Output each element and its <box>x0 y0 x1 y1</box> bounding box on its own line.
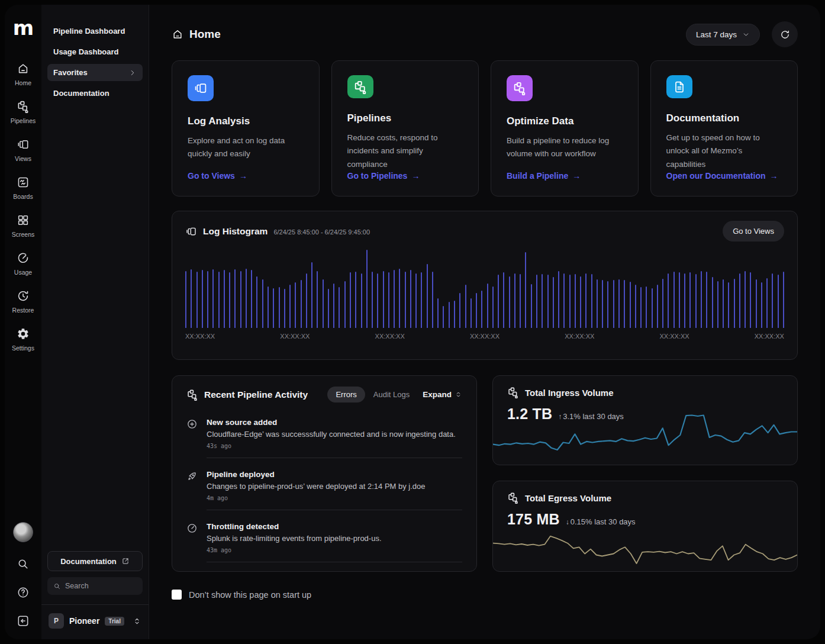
sidebar-item-boards[interactable]: Boards <box>13 175 33 200</box>
restore-icon <box>16 289 30 303</box>
ingress-value: 1.2 TB <box>507 405 552 423</box>
activity-item-time: 43m ago <box>207 547 462 553</box>
histogram-bar <box>256 276 257 328</box>
rail-item-label: Settings <box>12 344 34 352</box>
home-icon <box>16 62 30 76</box>
org-switcher[interactable]: P Pioneer Trial <box>47 612 143 630</box>
expand-button[interactable]: Expand <box>423 390 462 399</box>
sidebar-item-favorites[interactable]: Favorites <box>47 64 143 81</box>
search-input[interactable] <box>65 582 137 590</box>
histogram-bar <box>635 285 636 328</box>
histogram-bar <box>673 272 675 328</box>
histogram-bar <box>432 272 433 328</box>
date-range-dropdown[interactable]: Last 7 days <box>686 24 760 46</box>
histogram-bar <box>262 279 263 328</box>
help-icon[interactable] <box>17 586 30 599</box>
boards-icon <box>16 175 30 189</box>
histogram-bar <box>668 273 669 328</box>
histogram-bar <box>191 269 192 328</box>
activity-item-title: Pipeline deployed <box>207 470 462 479</box>
histogram-bar <box>366 250 368 328</box>
chevron-down-icon <box>742 31 750 38</box>
histogram-bar <box>520 274 521 328</box>
total-ingress-volume-panel: Total Ingress Volume 1.2 TB ↑3.1% last 3… <box>492 375 798 465</box>
histogram-bar <box>251 270 252 328</box>
tab-errors[interactable]: Errors <box>327 387 365 402</box>
histogram-bar <box>427 264 428 328</box>
histogram-bar <box>185 271 186 328</box>
histogram-bar <box>202 270 203 328</box>
histogram-bar <box>783 272 784 328</box>
card-title: Log Analysis <box>188 115 304 127</box>
histogram-bar <box>333 284 334 328</box>
histogram-bar <box>207 271 208 328</box>
quick-link-cards: Log Analysis Explore and act on log data… <box>172 60 798 197</box>
histogram-bar <box>279 287 280 328</box>
histogram-bar <box>646 286 647 328</box>
refresh-icon <box>779 29 791 40</box>
rail-item-label: Home <box>15 79 31 86</box>
histogram-bar <box>498 275 499 328</box>
documentation-button[interactable]: Documentation <box>47 551 143 571</box>
histogram-bar <box>268 286 269 328</box>
x-axis-tick: XX:XX:XX <box>565 333 594 340</box>
page-header: Home Last 7 days <box>172 21 798 47</box>
build-a-pipeline-link[interactable]: Build a Pipeline→ <box>507 171 623 181</box>
tab-audit-logs[interactable]: Audit Logs <box>371 387 412 402</box>
arrow-up-icon: ↑ <box>558 413 562 421</box>
histogram-bar <box>410 270 411 328</box>
sidebar-item-views[interactable]: Views <box>15 137 31 162</box>
histogram-bar <box>339 287 340 328</box>
usage-icon <box>16 251 30 265</box>
card-documentation: Documentation Get up to speed on how to … <box>650 60 798 197</box>
sidebar-item-documentation[interactable]: Documentation <box>47 85 143 102</box>
log-histogram-panel: Log Histogram 6/24/25 8:45:00 - 6/24/25 … <box>172 211 798 360</box>
histogram-bar <box>689 272 691 328</box>
histogram-bar <box>454 301 455 328</box>
histogram-bar <box>476 293 477 328</box>
egress-value: 175 MB <box>507 511 560 528</box>
activity-item-description: Changes to pipeline-prod-us’ were deploy… <box>207 482 462 491</box>
rail-item-label: Boards <box>13 193 33 200</box>
gauge-icon <box>186 523 198 534</box>
sidebar-item-pipeline-dashboard[interactable]: Pipeline Dashboard <box>47 22 143 40</box>
histogram-bar <box>712 277 713 328</box>
total-egress-volume-panel: Total Egress Volume 175 MB ↓0.15% last 3… <box>492 481 798 572</box>
card-title: Documentation <box>666 112 782 124</box>
go-to-views-button[interactable]: Go to Views <box>723 221 784 242</box>
rocket-icon <box>186 471 198 482</box>
open-documentation-link[interactable]: Open our Documentation→ <box>666 171 782 181</box>
histogram-bar <box>246 269 247 328</box>
rail-item-label: Views <box>15 155 31 162</box>
histogram-bars <box>185 250 784 328</box>
search-icon[interactable] <box>17 558 30 571</box>
home-icon <box>172 28 183 40</box>
collapse-sidebar-icon[interactable] <box>17 614 30 627</box>
documentation-button-label: Documentation <box>60 557 117 566</box>
card-description: Build a pipeline to reduce log volume wi… <box>507 134 623 161</box>
sidebar-item-restore[interactable]: Restore <box>12 289 34 314</box>
histogram-bar <box>597 279 598 328</box>
user-avatar[interactable] <box>13 522 33 542</box>
histogram-bar <box>196 272 198 328</box>
sidebar-item-usage-dashboard[interactable]: Usage Dashboard <box>47 43 143 60</box>
card-title: Optimize Data <box>507 115 623 127</box>
refresh-button[interactable] <box>772 21 798 47</box>
x-axis-tick: XX:XX:XX <box>755 333 784 340</box>
go-to-pipelines-link[interactable]: Go to Pipelines→ <box>347 171 463 181</box>
arrow-right-icon: → <box>572 171 581 181</box>
histogram-bar <box>739 273 740 328</box>
sidebar-item-home[interactable]: Home <box>15 62 31 86</box>
sidebar-item-pipelines[interactable]: Pipelines <box>11 99 36 124</box>
rail-item-label: Restore <box>12 307 34 314</box>
sidebar-item-settings[interactable]: Settings <box>12 327 34 352</box>
go-to-views-link[interactable]: Go to Views→ <box>188 171 304 181</box>
card-title: Pipelines <box>347 112 463 124</box>
histogram-bar <box>618 279 620 328</box>
date-range-label: Last 7 days <box>696 30 737 39</box>
sidebar-item-screens[interactable]: Screens <box>12 213 35 238</box>
dont-show-checkbox[interactable] <box>172 590 182 600</box>
external-link-icon <box>121 557 130 565</box>
histogram-bar <box>301 280 302 328</box>
sidebar-item-usage[interactable]: Usage <box>14 251 32 276</box>
